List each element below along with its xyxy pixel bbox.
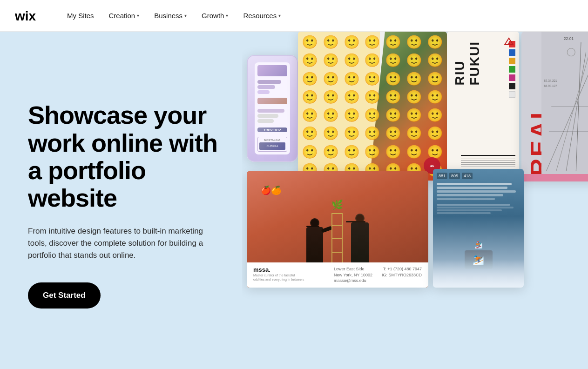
studio-phone: T: +1 (720) 480 7947IG: SMTYRO2633CD [382, 266, 422, 284]
svg-text:87.34.221: 87.34.221 [544, 79, 557, 82]
navbar: wix My Sites Creation ▾ Business ▾ Growt… [0, 0, 588, 32]
wix-logo[interactable]: wix [15, 9, 42, 22]
magazine-numbers: 881 805 418 [437, 173, 473, 179]
chevron-down-icon: ▾ [226, 13, 228, 18]
svg-line-3 [546, 57, 588, 171]
chevron-down-icon: ▾ [137, 13, 139, 18]
svg-text:wix: wix [15, 9, 36, 22]
nav-growth[interactable]: Growth ▾ [195, 8, 235, 23]
studio-tagline: Master curator of the tastefuloddities a… [253, 273, 304, 282]
hero-headline: Showcase your work online with a portfol… [28, 101, 220, 212]
riu-fukui-title: RIUFUKUI [453, 41, 482, 86]
svg-text:22:01: 22:01 [563, 36, 574, 41]
triangle-icon: ▲ [504, 37, 514, 46]
phone-mockup-card: TROVERTZ NOSTALGIA CUBERA [247, 55, 298, 162]
real-perdy-poster-card: REAL PERDY 22:01 87.34.221 66.98.107 [521, 32, 588, 181]
studio-logo-text: mssa. [253, 266, 304, 273]
get-started-button[interactable]: Get Started [28, 282, 101, 309]
chevron-down-icon: ▾ [184, 13, 187, 18]
chevron-down-icon: ▾ [278, 13, 281, 18]
hero-images: TROVERTZ NOSTALGIA CUBERA [242, 32, 588, 369]
studio-footer: mssa. Master curator of the tastefuloddi… [247, 262, 428, 288]
nav-creation[interactable]: Creation ▾ [102, 8, 146, 23]
studio-address: Lower East SideNew York, NY 10002masso@m… [334, 266, 372, 284]
hero-text-block: Showcase your work online with a portfol… [0, 32, 242, 369]
studio-photo-card: 🌿 🍎🍊 mssa. Master curator of th [247, 171, 428, 288]
svg-line-5 [566, 52, 586, 171]
nav-my-sites[interactable]: My Sites [61, 8, 101, 23]
riu-fukui-poster-card: RIUFUKUI [447, 32, 519, 181]
nav-links: My Sites Creation ▾ Business ▾ Growth ▾ … [61, 8, 287, 23]
nav-resources[interactable]: Resources ▾ [237, 8, 287, 23]
smiley-collage-card: 🙂🙂🙂🙂🙂🙂🙂 🙂🙂🙂🙂🙂🙂🙂 🙂🙂🙂🙂🙂🙂🙂 🙂🙂🙂🙂🙂🙂🙂 🙂🙂🙂🙂🙂🙂🙂 … [298, 32, 447, 181]
hero-subtext: From intuitive design features to built-… [28, 225, 220, 262]
svg-point-9 [567, 48, 575, 56]
svg-line-4 [556, 47, 588, 171]
nav-business[interactable]: Business ▾ [148, 8, 193, 23]
svg-text:▲: ▲ [507, 41, 511, 44]
magazine-card: 881 805 418 🏂 [433, 169, 524, 288]
hero-section: Showcase your work online with a portfol… [0, 32, 588, 369]
svg-text:66.98.107: 66.98.107 [544, 84, 557, 87]
